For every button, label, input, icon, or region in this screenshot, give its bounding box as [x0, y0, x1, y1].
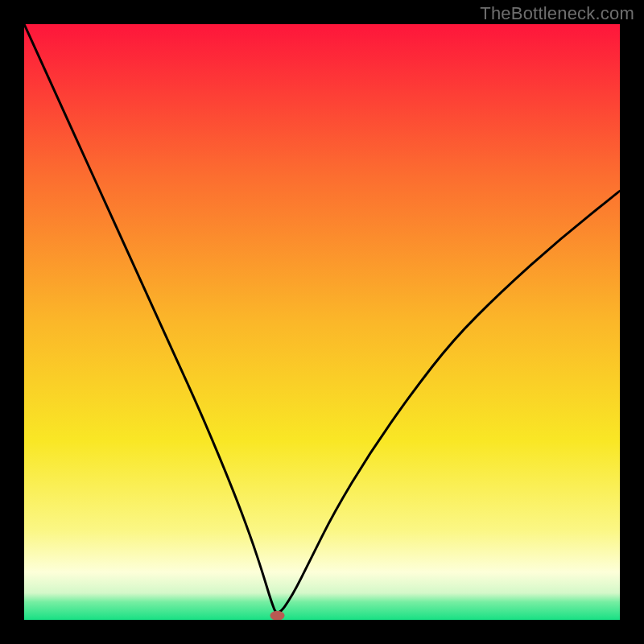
- gradient-background: [24, 24, 620, 620]
- bottleneck-chart: [24, 24, 620, 620]
- watermark-text: TheBottleneck.com: [480, 3, 634, 24]
- outer-frame: TheBottleneck.com: [0, 0, 644, 644]
